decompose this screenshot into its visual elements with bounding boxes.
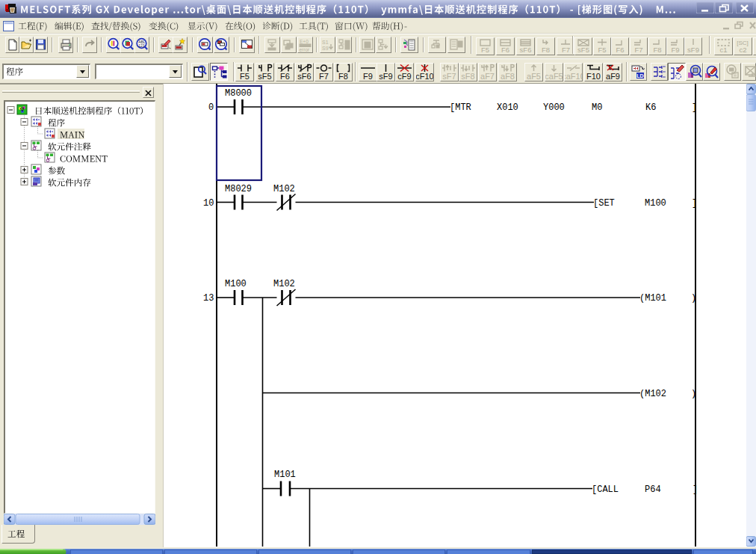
svg-text:c2: c2 (739, 46, 746, 54)
svg-text:F9: F9 (363, 72, 373, 81)
svg-text:M100: M100 (645, 198, 666, 209)
svg-text:M102: M102 (273, 279, 295, 289)
svg-text:F7: F7 (562, 46, 570, 54)
svg-text:F7: F7 (319, 72, 329, 81)
svg-text:]: ] (692, 198, 697, 209)
svg-text:sF5: sF5 (258, 72, 271, 81)
svg-text:F6: F6 (280, 72, 290, 81)
svg-text:sF9: sF9 (687, 46, 699, 54)
svg-text:F8: F8 (653, 46, 661, 54)
svg-text:K6: K6 (645, 102, 656, 113)
svg-text:error: error (300, 47, 311, 52)
svg-text:M0: M0 (592, 102, 602, 113)
svg-text:aF9: aF9 (606, 72, 620, 81)
svg-text:[SET: [SET (593, 198, 615, 209)
svg-text:cF9: cF9 (397, 72, 411, 81)
svg-text:sF6: sF6 (297, 72, 311, 81)
svg-text:aF7: aF7 (480, 72, 495, 81)
svg-text:LD: LD (636, 73, 643, 79)
svg-text:[MTR: [MTR (450, 102, 471, 113)
svg-text:F6: F6 (501, 46, 509, 54)
svg-text:123: 123 (138, 43, 145, 48)
svg-text:F10: F10 (586, 72, 601, 81)
svg-text:0: 0 (208, 102, 214, 113)
svg-text:F5: F5 (481, 46, 489, 54)
svg-text:F6: F6 (616, 46, 624, 54)
svg-text:): ) (691, 389, 696, 399)
svg-text:10: 10 (203, 198, 214, 209)
svg-text:cF10: cF10 (416, 72, 433, 81)
svg-text:F5: F5 (240, 72, 250, 81)
svg-text:P64: P64 (645, 484, 661, 495)
svg-text:]: ] (692, 102, 697, 113)
svg-text:(M101: (M101 (639, 293, 666, 304)
svg-text:): ) (691, 293, 696, 304)
svg-text:M100: M100 (225, 279, 247, 289)
svg-text:Y000: Y000 (543, 102, 565, 113)
svg-text:M8029: M8029 (225, 184, 252, 194)
svg-text:X010: X010 (497, 102, 518, 113)
svg-text:S9: S9 (322, 46, 329, 51)
svg-text:S1: S1 (322, 40, 329, 45)
svg-text:sF8: sF8 (461, 72, 474, 81)
svg-text:M102: M102 (273, 184, 295, 194)
svg-text:sF7: sF7 (442, 72, 456, 81)
svg-text:caF5: caF5 (545, 72, 563, 81)
svg-text:[CALL: [CALL (592, 484, 619, 495)
svg-text:M8000: M8000 (225, 88, 252, 99)
svg-text:F5: F5 (598, 46, 606, 54)
svg-text:c1: c1 (719, 46, 727, 54)
svg-text:F8: F8 (542, 46, 550, 54)
svg-text:aF8: aF8 (501, 72, 515, 81)
svg-text:F8: F8 (338, 72, 348, 81)
svg-text:]: ] (693, 484, 698, 495)
svg-text:M101: M101 (274, 470, 296, 480)
svg-text:E+0: E+0 (300, 39, 309, 44)
svg-text:aF5: aF5 (527, 72, 541, 81)
svg-text:F9: F9 (671, 46, 679, 54)
svg-text:sF5: sF5 (577, 46, 589, 54)
svg-text:13: 13 (203, 293, 214, 304)
svg-text:(M102: (M102 (639, 389, 666, 399)
svg-text:sF6: sF6 (520, 46, 532, 54)
svg-text:caF10: caF10 (565, 72, 582, 81)
svg-text:sF9: sF9 (379, 72, 392, 81)
svg-text:F7: F7 (634, 46, 642, 54)
